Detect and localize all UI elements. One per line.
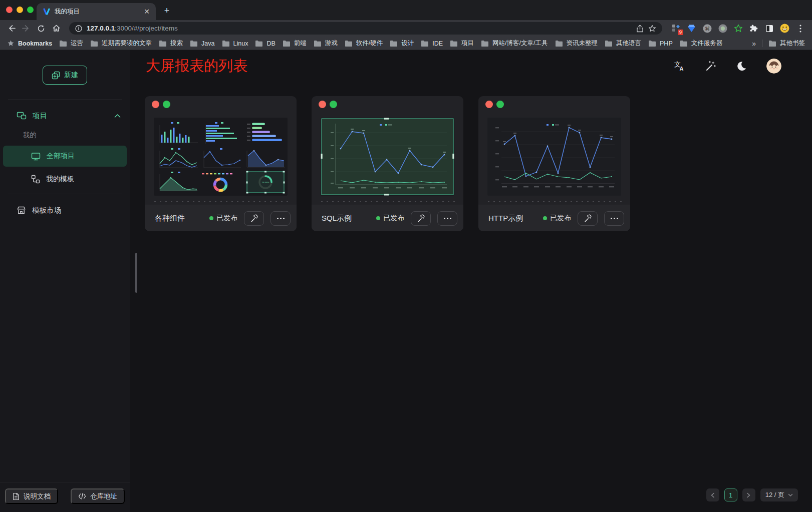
sidebar-item-label: 全部项目 <box>47 152 75 161</box>
sidebar-item-all-projects[interactable]: 全部项目 <box>3 146 127 167</box>
bookmarks-label: Bookmarks <box>18 40 52 47</box>
user-avatar[interactable] <box>766 59 781 74</box>
bookmark-star-icon[interactable] <box>648 25 656 33</box>
bookmark-folder[interactable]: 项目 <box>450 39 474 48</box>
extension-darkmode-icon[interactable] <box>764 24 774 33</box>
next-page-button[interactable] <box>742 488 755 501</box>
share-icon[interactable] <box>636 25 644 33</box>
extension-emoji-icon[interactable] <box>780 24 789 33</box>
bookmark-folder[interactable]: Linux <box>222 40 248 47</box>
bookmark-folder[interactable]: 资讯未整理 <box>555 39 598 48</box>
project-card[interactable]: HTTP示例 已发布 <box>478 96 630 231</box>
page-size-select[interactable]: 12 / 页 <box>760 488 798 501</box>
other-bookmarks-button[interactable]: 其他书签 <box>768 39 805 48</box>
minimize-window-button[interactable] <box>17 7 23 13</box>
star-icon <box>7 40 15 47</box>
folder-icon <box>680 40 688 47</box>
sidebar-group-project[interactable]: 项目 <box>0 105 130 127</box>
bookmark-folder[interactable]: 文件服务器 <box>680 39 723 48</box>
browser-toolbar: 127.0.0.1:3000/#/project/items 9 ⌘ <box>0 20 812 37</box>
publish-status: 已发布 <box>376 214 404 223</box>
dark-mode-moon-icon[interactable] <box>735 60 747 72</box>
folder-icon <box>555 40 563 47</box>
more-icon <box>277 218 285 219</box>
bookmarks-overflow-button[interactable]: » <box>752 40 756 48</box>
progress-value: 25.00% <box>262 181 269 184</box>
reload-button[interactable] <box>35 23 47 35</box>
store-icon <box>17 206 26 215</box>
folder-icon <box>222 40 230 47</box>
extension-star-icon[interactable] <box>733 24 743 33</box>
content-scrollbar-thumb[interactable] <box>135 253 137 293</box>
forward-button[interactable] <box>20 23 32 35</box>
edit-project-button[interactable] <box>411 211 431 226</box>
folder-icon <box>481 40 489 47</box>
address-bar[interactable]: 127.0.0.1:3000/#/project/items <box>69 22 662 35</box>
edit-project-button[interactable] <box>578 211 598 226</box>
bookmark-folder[interactable]: 软件/硬件 <box>345 39 383 48</box>
language-toggle-icon[interactable]: 文A <box>673 60 685 72</box>
new-tab-button[interactable]: + <box>160 4 173 17</box>
more-actions-button[interactable] <box>270 211 291 226</box>
zoom-window-button[interactable] <box>27 7 34 13</box>
bookmark-folder[interactable]: IDE <box>421 40 443 47</box>
more-actions-button[interactable] <box>604 211 624 226</box>
bookmark-folder[interactable]: 网站/博客/文章/工具 <box>481 39 548 48</box>
svg-text:A: A <box>680 66 684 72</box>
bookmarks-manager[interactable]: Bookmarks <box>7 40 52 47</box>
edit-project-button[interactable] <box>244 211 264 226</box>
bookmark-folder[interactable]: Java <box>190 40 214 47</box>
bookmark-folder[interactable]: 搜索 <box>159 39 183 48</box>
extension-record-icon[interactable] <box>718 24 727 33</box>
extensions-puzzle-icon[interactable] <box>749 24 758 33</box>
magic-wand-icon[interactable] <box>704 60 716 72</box>
folder-icon <box>450 40 458 47</box>
card-dotted-separator <box>484 198 624 202</box>
thumbnail-multi-charts: 25.00% <box>154 118 288 196</box>
project-thumbnail[interactable] <box>487 118 621 196</box>
more-icon <box>611 218 618 219</box>
sidebar-item-template-market[interactable]: 模板市场 <box>0 199 130 221</box>
thumbnail-line-chart <box>487 118 621 196</box>
new-project-button[interactable]: 新建 <box>43 66 87 85</box>
folder-icon <box>59 40 67 47</box>
current-page-button[interactable]: 1 <box>724 488 737 501</box>
card-title: 各种组件 <box>155 214 185 223</box>
bookmark-folder[interactable]: 其他语言 <box>605 39 641 48</box>
bookmark-folder[interactable]: DB <box>255 40 275 47</box>
more-actions-button[interactable] <box>437 211 457 226</box>
card-footer: HTTP示例 已发布 <box>478 205 630 231</box>
extension-command-icon[interactable]: ⌘ <box>702 24 712 33</box>
project-thumbnail[interactable] <box>321 118 454 196</box>
bookmark-folder[interactable]: 前端 <box>283 39 307 48</box>
browser-menu-icon[interactable] <box>795 24 805 33</box>
chevron-up-icon[interactable] <box>114 114 121 118</box>
project-card[interactable]: SQL示例 已发布 <box>312 96 463 231</box>
extension-grid-icon[interactable]: 9 <box>671 24 681 33</box>
home-button[interactable] <box>50 23 62 35</box>
green-dot <box>330 101 337 108</box>
docs-button[interactable]: 说明文档 <box>5 488 58 504</box>
bookmark-folder[interactable]: 游戏 <box>314 39 338 48</box>
repo-button[interactable]: 仓库地址 <box>71 488 125 504</box>
bookmark-folder[interactable]: 设计 <box>390 39 414 48</box>
site-info-icon[interactable] <box>75 25 82 32</box>
bookmark-folder[interactable]: PHP <box>648 40 673 47</box>
card-dotted-separator <box>151 198 291 202</box>
bookmark-folder[interactable]: 近期需要读的文章 <box>90 39 152 48</box>
folder-icon <box>283 40 291 47</box>
prev-page-button[interactable] <box>706 488 719 501</box>
close-window-button[interactable] <box>6 7 13 13</box>
sidebar-item-my-templates[interactable]: 我的模板 <box>3 169 127 190</box>
back-button[interactable] <box>5 23 17 35</box>
project-card[interactable]: 25.00% 各种组件 已发布 <box>145 96 297 231</box>
bookmark-folder[interactable]: 运营 <box>59 39 83 48</box>
sidebar-divider <box>8 194 122 194</box>
project-thumbnail[interactable]: 25.00% <box>154 118 288 196</box>
extension-gem-icon[interactable] <box>687 24 696 33</box>
page-title: 大屏报表的列表 <box>146 56 247 76</box>
browser-tab[interactable]: 我的项目 ✕ <box>37 3 156 20</box>
sidebar-item-label: 模板市场 <box>32 206 121 215</box>
card-dotted-separator <box>318 198 457 202</box>
tab-close-icon[interactable]: ✕ <box>144 8 150 15</box>
